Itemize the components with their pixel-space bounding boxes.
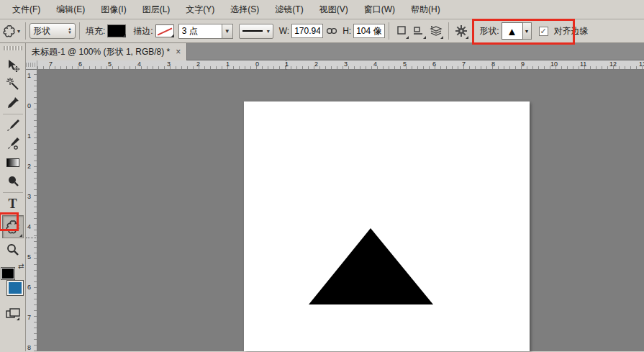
canvas[interactable] — [244, 101, 530, 351]
ruler-tick-label: 2 — [27, 163, 31, 170]
ruler-tick-label: 5 — [108, 60, 112, 68]
fill-label: 填充: — [86, 25, 105, 37]
ruler-pointer-marker-h — [286, 60, 286, 70]
chevron-down-icon — [466, 36, 468, 39]
chevron-down-icon — [406, 36, 409, 39]
eyedropper-tool[interactable] — [3, 94, 23, 112]
divider — [3, 192, 23, 193]
ruler-tick-label: 0 — [255, 60, 259, 68]
geometry-options-button[interactable] — [453, 22, 470, 40]
stroke-width-dropdown-button[interactable]: ▼ — [222, 24, 233, 39]
custom-shape-tool[interactable] — [2, 215, 24, 238]
magnifier-icon — [6, 243, 20, 257]
swap-colors-icon[interactable]: ⇄ — [18, 262, 24, 270]
ruler-tick-label: 4 — [373, 60, 377, 68]
photoshop-window: 文件(F)编辑(E)图像(I)图层(L)文字(Y)选择(S)滤镜(T)视图(V)… — [0, 0, 644, 352]
ruler-tick-label: 6 — [432, 60, 436, 68]
menu-item-edit[interactable]: 编辑(E) — [48, 0, 93, 19]
menu-item-window[interactable]: 窗口(W) — [356, 0, 403, 19]
tool-preset-button[interactable]: ▾ — [3, 24, 20, 37]
move-tool[interactable] — [3, 56, 23, 75]
ruler-tick-label: 1 — [226, 60, 230, 68]
path-alignment-button[interactable] — [410, 22, 427, 40]
foreground-color-swatch[interactable] — [1, 268, 14, 279]
ruler-tick-label: 7 — [27, 314, 31, 321]
triangle-shape[interactable] — [309, 228, 433, 304]
magic-wand-tool[interactable] — [3, 75, 23, 94]
quick-mask-mode-button[interactable] — [3, 305, 23, 324]
link-wh-icon[interactable] — [323, 22, 340, 40]
type-tool[interactable]: T — [3, 194, 23, 213]
close-icon[interactable]: × — [176, 47, 181, 57]
blur-tool[interactable] — [3, 172, 23, 191]
document-tab[interactable]: 未标题-1 @ 100% (形状 1, RGB/8) * × — [26, 43, 187, 60]
panel-grip[interactable] — [4, 46, 22, 50]
ruler-tick-label: 3 — [344, 60, 348, 68]
document-tab-bar: 未标题-1 @ 100% (形状 1, RGB/8) * × — [26, 43, 644, 60]
align-edges-label: 对齐边缘 — [554, 25, 589, 37]
custom-shape-tool-wrap — [2, 215, 24, 238]
mixer-brush-icon — [6, 137, 20, 151]
ruler-tick-label: 5 — [403, 60, 407, 68]
ruler-tick-label: 3 — [167, 60, 171, 68]
stroke-width-input[interactable] — [178, 24, 222, 39]
ruler-tick-label: 0 — [27, 102, 31, 109]
align-edges-checkbox[interactable]: ✓ — [539, 27, 548, 36]
ruler-tick-label: 5 — [27, 253, 31, 261]
ruler-tick-label: 8 — [27, 344, 31, 351]
menu-item-select[interactable]: 选择(S) — [222, 0, 267, 19]
height-field-wrap — [353, 24, 385, 38]
ruler-tick-label: 1 — [27, 132, 31, 140]
menu-item-filter[interactable]: 滤镜(T) — [267, 0, 311, 19]
stroke-color-swatch[interactable] — [155, 24, 174, 37]
chevron-down-icon — [122, 34, 126, 37]
path-arrangement-button[interactable] — [427, 22, 445, 40]
menu-item-file[interactable]: 文件(F) — [4, 0, 48, 19]
brush-tool[interactable] — [3, 116, 23, 135]
shape-picker-dropdown-button[interactable]: ▼ — [523, 22, 532, 40]
ruler-tick-label: 7 — [462, 60, 466, 68]
mixer-brush-tool[interactable] — [3, 135, 23, 153]
tool-mode-select[interactable]: 形状 ▲▼ — [30, 23, 76, 39]
blur-tool-icon — [6, 174, 20, 189]
document-tab-title: 未标题-1 @ 100% (形状 1, RGB/8) * — [32, 46, 170, 58]
ruler-tick-label: 7 — [49, 60, 53, 68]
menu-item-type[interactable]: 文字(Y) — [178, 0, 222, 19]
vertical-ruler[interactable]: 1012345678 — [26, 70, 37, 351]
fill-color-swatch[interactable] — [107, 24, 126, 37]
path-alignment-icon — [413, 26, 425, 36]
link-wh-icon — [326, 27, 337, 35]
ruler-tick-label: 6 — [27, 284, 31, 291]
brush-icon — [6, 118, 20, 132]
height-label: H: — [343, 26, 351, 36]
gradient-tool[interactable] — [3, 153, 23, 172]
menu-item-layer[interactable]: 图层(L) — [135, 0, 178, 19]
chevron-down-icon: ▾ — [17, 28, 20, 35]
eyedropper-icon — [6, 96, 20, 110]
background-color-swatch[interactable] — [7, 281, 23, 295]
shape-picker-swatch[interactable]: ▲ — [502, 22, 523, 40]
ruler-tick-label: 13 — [639, 60, 644, 68]
ruler-tick-label: 10 — [550, 60, 558, 68]
stroke-style-dropdown[interactable]: ▾ — [239, 24, 273, 39]
zoom-tool[interactable] — [3, 240, 23, 259]
divider — [389, 22, 389, 40]
gradient-icon — [6, 158, 19, 167]
width-field-wrap — [291, 24, 323, 38]
shape-picker-group: 形状: ▲ ▼ ✓ — [477, 22, 551, 40]
overlapping-rectangles-icon — [5, 308, 21, 321]
menu-item-view[interactable]: 视图(V) — [312, 0, 356, 19]
menu-item-image[interactable]: 图像(I) — [93, 0, 134, 19]
shape-width-input[interactable] — [291, 24, 323, 38]
ruler-origin-corner[interactable] — [26, 60, 37, 70]
ruler-pointer-marker-v — [26, 238, 37, 238]
tool-mode-value: 形状 — [33, 25, 50, 37]
custom-shape-icon — [6, 220, 20, 234]
tools-panel: T ⇄ — [0, 43, 26, 351]
path-operations-button[interactable] — [393, 22, 410, 40]
horizontal-ruler[interactable]: 7654321012345678910111213 — [26, 60, 644, 70]
ruler-tick-label: 4 — [137, 60, 141, 68]
color-swatches: ⇄ — [1, 263, 24, 298]
menu-item-help[interactable]: 帮助(H) — [403, 0, 448, 19]
shape-height-input[interactable] — [353, 24, 385, 38]
